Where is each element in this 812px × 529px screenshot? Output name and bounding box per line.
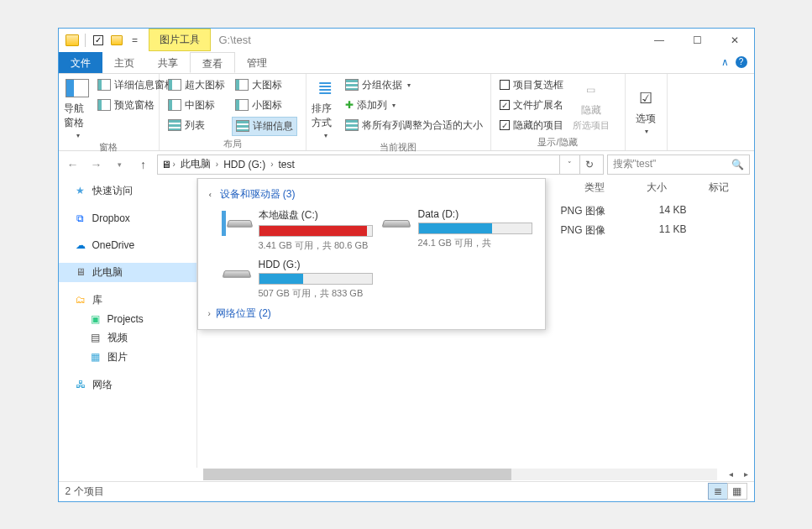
context-tab[interactable]: 图片工具 [149,29,211,51]
drive-item[interactable]: 本地磁盘 (C:) 3.41 GB 可用，共 80.6 GB [222,208,373,252]
hide-selected-button[interactable]: ▭ 隐藏 所选项目 [570,76,612,134]
view-medium[interactable]: 中图标 [165,97,228,114]
folder-icon [64,32,81,49]
menu-bar: 文件 主页 共享 查看 管理 ∧ ? [59,52,754,74]
close-button[interactable]: ✕ [716,29,754,52]
search-icon: 🔍 [731,159,744,170]
sidebar-videos[interactable]: ▤视频 [59,328,196,348]
nav-pane-label: 导航窗格 [64,102,91,130]
drives-tooltip-popup: ⌄ 设备和驱动器 (3) 本地磁盘 (C:) 3.41 GB 可用，共 80.6… [197,178,546,330]
item-checkboxes-toggle[interactable]: 项目复选框 [496,76,567,94]
view-list[interactable]: 列表 [165,117,228,134]
pc-icon: 🖥 [161,159,171,170]
drive-icon [222,208,252,238]
crumb-folder[interactable]: test [275,157,298,172]
nav-pane-button[interactable]: 导航窗格 ▾ [64,76,91,139]
qa-dropdown[interactable]: = [127,32,144,49]
address-box[interactable]: 🖥 › 此电脑 › HDD (G:) › test ˅ ↻ [157,155,604,175]
sidebar-quick-access[interactable]: ★快速访问 [59,181,196,201]
crumb-pc[interactable]: 此电脑 [177,155,214,173]
view-details-toggle[interactable]: ≣ [708,483,728,500]
table-row[interactable]: PNG 图像14 KB [561,202,746,221]
tab-home[interactable]: 主页 [102,52,146,73]
view-icons-toggle[interactable]: ▦ [727,483,747,500]
title-bar: ✓ = 图片工具 G:\test — ☐ ✕ [59,29,754,52]
explorer-window: ✓ = 图片工具 G:\test — ☐ ✕ 文件 主页 共享 查看 管理 ∧ … [58,28,755,502]
col-tags[interactable]: 标记 [709,181,729,195]
maximize-button[interactable]: ☐ [678,29,716,52]
help-icon[interactable]: ? [736,56,747,68]
address-dropdown[interactable]: ˅ [559,155,579,174]
group-by-button[interactable]: 分组依据▾ [342,76,486,94]
table-row[interactable]: PNG 图像11 KB [561,221,746,240]
view-details[interactable]: 详细信息 [232,117,297,136]
recent-dropdown[interactable]: ▾ [110,155,130,175]
col-type[interactable]: 类型 [584,181,605,195]
search-input[interactable]: 搜索"test" 🔍 [607,155,750,175]
tab-manage[interactable]: 管理 [235,52,279,73]
view-large[interactable]: 大图标 [232,76,297,94]
drive-icon [222,259,252,289]
layout-group-label: 布局 [165,136,301,150]
drive-icon [381,208,411,238]
drive-item[interactable]: Data (D:) 24.1 GB 可用，共 [381,208,532,252]
qa-properties[interactable]: ✓ [90,32,107,49]
forward-button[interactable]: → [86,155,107,175]
sidebar-dropbox[interactable]: ⧉Dropbox [59,209,196,228]
view-small[interactable]: 小图标 [232,97,297,114]
fit-columns-button[interactable]: 将所有列调整为合适的大小 [342,117,486,134]
show-hide-group-label: 显示/隐藏 [496,134,620,149]
sidebar-network[interactable]: 🖧网络 [59,375,196,395]
crumb-drive[interactable]: HDD (G:) [220,157,269,172]
view-extralarge[interactable]: 超大图标 [165,76,228,94]
main-area: ★快速访问 ⧉Dropbox ☁OneDrive 🖥此电脑 🗂库 ▣Projec… [59,178,754,468]
sidebar-pictures[interactable]: ▦图片 [59,348,196,367]
sidebar-projects[interactable]: ▣Projects [59,310,196,328]
up-button[interactable]: ↑ [134,155,154,175]
ribbon-collapse-icon[interactable]: ∧ [721,56,729,68]
hidden-items-toggle[interactable]: ✓隐藏的项目 [496,117,567,134]
tab-share[interactable]: 共享 [146,52,190,73]
status-text: 2 个项目 [65,484,104,499]
refresh-button[interactable]: ↻ [579,155,600,174]
address-bar: ← → ▾ ↑ 🖥 › 此电脑 › HDD (G:) › test ˅ ↻ 搜索… [59,151,754,178]
sidebar: ★快速访问 ⧉Dropbox ☁OneDrive 🖥此电脑 🗂库 ▣Projec… [59,178,197,468]
sidebar-this-pc[interactable]: 🖥此电脑 [59,263,196,282]
sort-by-button[interactable]: ≣ 排序方式 ▾ [312,76,338,139]
window-title: G:\test [219,34,251,46]
options-button[interactable]: ☑ 选项 ▾ [631,76,662,146]
sidebar-onedrive[interactable]: ☁OneDrive [59,236,196,254]
minimize-button[interactable]: — [641,29,678,52]
network-section-header[interactable]: › 网络位置 (2) [202,303,542,324]
devices-section-header[interactable]: ⌄ 设备和驱动器 (3) [202,184,542,205]
col-size[interactable]: 大小 [647,181,667,195]
hscrollbar[interactable]: ◂ ▸ [59,468,754,481]
file-extensions-toggle[interactable]: ✓文件扩展名 [496,97,567,114]
qa-new-folder[interactable] [108,32,125,49]
drive-item[interactable]: HDD (G:) 507 GB 可用，共 833 GB [222,259,373,300]
sidebar-library[interactable]: 🗂库 [59,291,196,310]
tab-view[interactable]: 查看 [190,52,235,73]
ribbon: 导航窗格 ▾ 详细信息窗格 预览窗格 窗格 超大图标 中图标 列表 大图标 [59,74,754,151]
add-column-button[interactable]: ✚添加列▾ [342,97,486,114]
tab-file[interactable]: 文件 [59,52,102,73]
status-bar: 2 个项目 ≣ ▦ [59,481,754,501]
back-button[interactable]: ← [63,155,83,175]
